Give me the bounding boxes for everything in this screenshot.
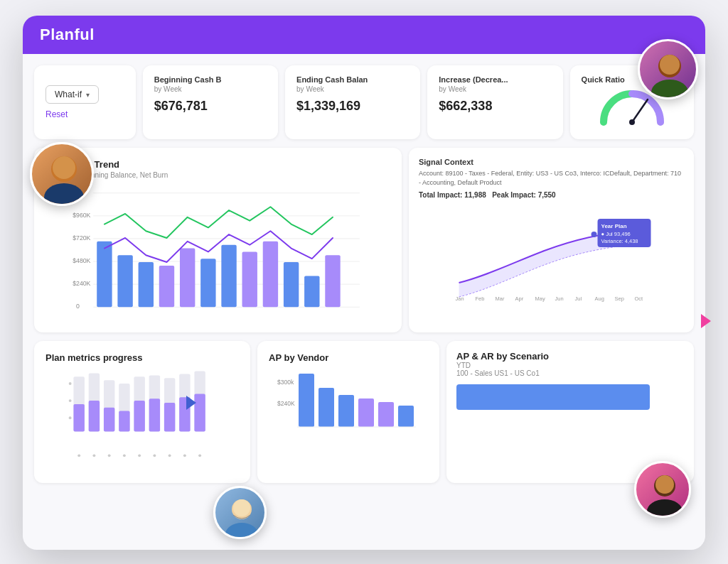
increase-label: Increase (Decrea... (439, 75, 551, 84)
avatar-man-left (30, 142, 94, 206)
svg-rect-52 (149, 398, 160, 431)
svg-point-61 (69, 416, 72, 419)
svg-point-85 (660, 55, 680, 75)
svg-point-60 (69, 399, 72, 402)
svg-rect-42 (73, 404, 84, 432)
svg-text:May: May (535, 295, 545, 302)
chevron-down-icon: ▾ (86, 91, 90, 99)
svg-rect-78 (398, 406, 414, 427)
signal-svg: Year Plan ● Jul 93,496 Variance: 4,438 J… (419, 205, 684, 304)
svg-point-82 (53, 156, 75, 179)
svg-point-65 (123, 454, 126, 457)
svg-text:$240K: $240K (73, 280, 90, 287)
svg-text:Oct: Oct (634, 295, 643, 302)
signal-title: Signal Context (419, 158, 684, 166)
dashboard-body: What-if ▾ Reset Beginning Cash B by Week… (23, 54, 705, 550)
svg-text:Jul: Jul (574, 295, 582, 302)
ap-vendor-svg: $300k $240K (269, 363, 428, 441)
whatif-card: What-if ▾ Reset (34, 65, 136, 139)
ending-cash-value: $1,339,169 (296, 99, 409, 114)
svg-text:$720K: $720K (73, 234, 90, 242)
reset-link[interactable]: Reset (46, 109, 124, 119)
svg-text:$960K: $960K (73, 212, 90, 219)
plan-metrics-title: Plan metrics progress (46, 352, 239, 363)
cashflow-svg: $1M $960K $720K $480K $240K 0 (46, 186, 390, 314)
svg-text:● Jul 93,496: ● Jul 93,496 (601, 231, 630, 237)
svg-rect-75 (338, 395, 354, 427)
svg-point-68 (168, 454, 171, 457)
svg-point-66 (138, 454, 141, 457)
svg-point-59 (69, 382, 72, 385)
header: Planful (23, 16, 705, 54)
svg-line-0 (632, 99, 648, 122)
svg-rect-19 (200, 259, 215, 307)
avatar-woman-top-right (638, 39, 698, 99)
middle-row: Cash Flow Trend Prd In/Out, Running Bala… (34, 148, 694, 332)
signal-impact: Total Impact: 11,988 Peak Impact: 7,550 (419, 191, 684, 199)
ending-cash-label: Ending Cash Balan (296, 75, 409, 84)
svg-text:Mar: Mar (495, 295, 504, 302)
avatar-woman-bottom-right (634, 461, 691, 518)
beginning-cash-card: Beginning Cash B by Week $676,781 (143, 65, 278, 139)
increase-card: Increase (Decrea... by Week $662,338 (427, 65, 562, 139)
svg-rect-44 (89, 401, 100, 431)
dashboard-container: Planful What-if ▾ Reset Beginning Cash B… (23, 16, 705, 548)
increase-value: $662,338 (439, 99, 551, 114)
ap-ar-title: AP & AR by Scenario (456, 351, 684, 362)
svg-point-26 (591, 232, 596, 237)
svg-rect-76 (358, 398, 374, 427)
svg-text:Year Plan: Year Plan (601, 223, 626, 229)
svg-text:0: 0 (76, 303, 80, 310)
signal-meta: Account: 89100 - Taxes - Federal, Entity… (419, 169, 684, 187)
svg-text:$480K: $480K (73, 257, 90, 264)
plan-metrics-svg (46, 363, 239, 462)
svg-point-67 (153, 454, 156, 457)
ending-cash-card: Ending Cash Balan by Week $1,339,169 (285, 65, 420, 139)
svg-rect-73 (299, 374, 314, 427)
kpi-row: What-if ▾ Reset Beginning Cash B by Week… (34, 65, 694, 139)
svg-rect-23 (284, 262, 299, 307)
svg-rect-54 (164, 403, 175, 432)
logo: Planful (40, 26, 95, 44)
svg-text:Jun: Jun (555, 295, 563, 302)
svg-point-63 (92, 454, 95, 457)
ap-ar-bar (456, 384, 650, 410)
svg-text:$300k: $300k (277, 379, 294, 386)
svg-rect-25 (325, 255, 340, 307)
bottom-row: Plan metrics progress (34, 341, 694, 483)
svg-point-64 (108, 454, 111, 457)
beginning-cash-label: Beginning Cash B (154, 75, 267, 84)
beginning-cash-value: $676,781 (154, 99, 267, 114)
svg-text:Feb: Feb (475, 295, 484, 302)
svg-rect-77 (378, 402, 394, 427)
svg-text:Apr: Apr (515, 295, 523, 302)
cashflow-title: Cash Flow Trend (46, 159, 390, 170)
whatif-button[interactable]: What-if ▾ (46, 85, 99, 104)
svg-rect-22 (263, 242, 278, 307)
svg-rect-18 (180, 249, 195, 308)
svg-point-62 (77, 454, 80, 457)
plan-metrics-card: Plan metrics progress (34, 341, 250, 483)
beginning-cash-period: by Week (154, 85, 267, 93)
svg-rect-50 (134, 401, 144, 431)
arrow-right-blue-icon (186, 396, 196, 410)
svg-rect-46 (104, 408, 114, 432)
svg-rect-24 (304, 276, 319, 307)
svg-rect-74 (318, 388, 334, 427)
svg-text:Aug: Aug (594, 295, 604, 302)
avatar-man-bottom-center (213, 486, 267, 539)
svg-point-1 (629, 119, 635, 125)
signal-context-card: Signal Context Account: 89100 - Taxes - … (409, 148, 694, 332)
svg-rect-21 (242, 251, 257, 307)
svg-rect-17 (159, 266, 174, 307)
svg-point-88 (655, 475, 674, 494)
ap-ar-subtitle: YTD (456, 362, 684, 369)
svg-point-69 (183, 454, 186, 457)
ap-vendor-title: AP by Vendor (269, 352, 428, 363)
svg-text:Jan: Jan (455, 295, 464, 302)
svg-point-91 (233, 499, 250, 516)
arrow-right-pink-icon (701, 314, 711, 328)
svg-text:Variance: 4,438: Variance: 4,438 (601, 238, 638, 244)
svg-point-70 (198, 454, 201, 457)
svg-rect-15 (117, 255, 132, 307)
